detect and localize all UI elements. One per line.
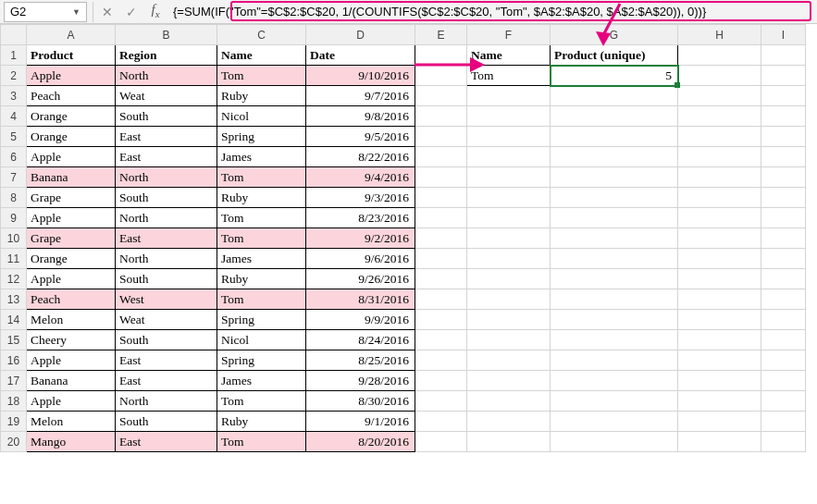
- cell-G7[interactable]: [551, 167, 678, 188]
- cell-E9[interactable]: [415, 208, 467, 228]
- cell-G13[interactable]: [551, 289, 678, 310]
- cell-E7[interactable]: [415, 167, 467, 188]
- cell-B17[interactable]: East: [116, 371, 217, 391]
- cell-B3[interactable]: Weat: [116, 86, 217, 106]
- cell-E3[interactable]: [415, 86, 467, 106]
- cell-A20[interactable]: Mango: [27, 432, 116, 452]
- row-header-12[interactable]: 12: [1, 269, 27, 289]
- cell-A16[interactable]: Apple: [27, 350, 116, 371]
- cell-C15[interactable]: Nicol: [217, 330, 306, 350]
- select-all-corner[interactable]: [1, 25, 27, 45]
- row-header-5[interactable]: 5: [1, 127, 27, 147]
- cell-G17[interactable]: [551, 371, 678, 391]
- cell-H14[interactable]: [678, 310, 761, 330]
- cell-I10[interactable]: [761, 228, 806, 249]
- cell-I18[interactable]: [761, 391, 806, 412]
- cell-I7[interactable]: [761, 167, 806, 188]
- column-header-f[interactable]: F: [467, 25, 551, 45]
- cell-E13[interactable]: [415, 289, 467, 310]
- cell-C16[interactable]: Spring: [217, 350, 306, 371]
- cell-H13[interactable]: [678, 289, 761, 310]
- cell-I11[interactable]: [761, 249, 806, 269]
- cell-D9[interactable]: 8/23/2016: [306, 208, 415, 228]
- column-header-a[interactable]: A: [27, 25, 116, 45]
- fx-icon[interactable]: fx: [143, 0, 167, 24]
- cell-G8[interactable]: [551, 188, 678, 208]
- cell-C20[interactable]: Tom: [217, 432, 306, 452]
- cell-B1[interactable]: Region: [116, 45, 217, 66]
- cell-A2[interactable]: Apple: [27, 66, 116, 86]
- cell-I4[interactable]: [761, 106, 806, 127]
- cell-E6[interactable]: [415, 147, 467, 167]
- row-header-17[interactable]: 17: [1, 371, 27, 391]
- cell-D19[interactable]: 9/1/2016: [306, 412, 415, 432]
- cell-G14[interactable]: [551, 310, 678, 330]
- cell-D18[interactable]: 8/30/2016: [306, 391, 415, 412]
- row-header-9[interactable]: 9: [1, 208, 27, 228]
- cell-E5[interactable]: [415, 127, 467, 147]
- column-header-b[interactable]: B: [116, 25, 217, 45]
- cell-F12[interactable]: [467, 269, 551, 289]
- cell-A13[interactable]: Peach: [27, 289, 116, 310]
- cell-E8[interactable]: [415, 188, 467, 208]
- cell-H17[interactable]: [678, 371, 761, 391]
- cell-I1[interactable]: [761, 45, 806, 66]
- cell-G16[interactable]: [551, 350, 678, 371]
- cell-C11[interactable]: James: [217, 249, 306, 269]
- cell-H5[interactable]: [678, 127, 761, 147]
- enter-icon[interactable]: ✓: [119, 2, 143, 22]
- cell-C19[interactable]: Ruby: [217, 412, 306, 432]
- cell-C13[interactable]: Tom: [217, 289, 306, 310]
- cell-G4[interactable]: [551, 106, 678, 127]
- cell-D12[interactable]: 9/26/2016: [306, 269, 415, 289]
- cell-H11[interactable]: [678, 249, 761, 269]
- cell-I6[interactable]: [761, 147, 806, 167]
- cell-H12[interactable]: [678, 269, 761, 289]
- cell-E17[interactable]: [415, 371, 467, 391]
- cell-H15[interactable]: [678, 330, 761, 350]
- cell-G6[interactable]: [551, 147, 678, 167]
- cell-F6[interactable]: [467, 147, 551, 167]
- cell-I20[interactable]: [761, 432, 806, 452]
- row-header-19[interactable]: 19: [1, 412, 27, 432]
- cell-C4[interactable]: Nicol: [217, 106, 306, 127]
- cell-G12[interactable]: [551, 269, 678, 289]
- cell-F19[interactable]: [467, 412, 551, 432]
- cell-G15[interactable]: [551, 330, 678, 350]
- cell-E10[interactable]: [415, 228, 467, 249]
- cell-A11[interactable]: Orange: [27, 249, 116, 269]
- cell-H20[interactable]: [678, 432, 761, 452]
- cell-B8[interactable]: South: [116, 188, 217, 208]
- cell-C9[interactable]: Tom: [217, 208, 306, 228]
- cell-B4[interactable]: South: [116, 106, 217, 127]
- cell-D3[interactable]: 9/7/2016: [306, 86, 415, 106]
- row-header-18[interactable]: 18: [1, 391, 27, 412]
- cell-H4[interactable]: [678, 106, 761, 127]
- name-box-dropdown-icon[interactable]: ▼: [72, 7, 80, 17]
- name-box[interactable]: G2 ▼: [4, 2, 87, 22]
- row-header-8[interactable]: 8: [1, 188, 27, 208]
- cell-A19[interactable]: Melon: [27, 412, 116, 432]
- cell-I17[interactable]: [761, 371, 806, 391]
- cell-I13[interactable]: [761, 289, 806, 310]
- cell-A4[interactable]: Orange: [27, 106, 116, 127]
- cell-B13[interactable]: West: [116, 289, 217, 310]
- row-header-10[interactable]: 10: [1, 228, 27, 249]
- cell-H1[interactable]: [678, 45, 761, 66]
- cell-E20[interactable]: [415, 432, 467, 452]
- cell-F11[interactable]: [467, 249, 551, 269]
- cell-F9[interactable]: [467, 208, 551, 228]
- cell-H6[interactable]: [678, 147, 761, 167]
- cell-F1[interactable]: Name: [467, 45, 551, 66]
- cell-D2[interactable]: 9/10/2016: [306, 66, 415, 86]
- cell-H18[interactable]: [678, 391, 761, 412]
- cell-D13[interactable]: 8/31/2016: [306, 289, 415, 310]
- cell-C14[interactable]: Spring: [217, 310, 306, 330]
- cell-B10[interactable]: East: [116, 228, 217, 249]
- cell-E18[interactable]: [415, 391, 467, 412]
- cell-I9[interactable]: [761, 208, 806, 228]
- cell-I3[interactable]: [761, 86, 806, 106]
- cell-A5[interactable]: Orange: [27, 127, 116, 147]
- column-header-i[interactable]: I: [761, 25, 806, 45]
- column-header-c[interactable]: C: [217, 25, 306, 45]
